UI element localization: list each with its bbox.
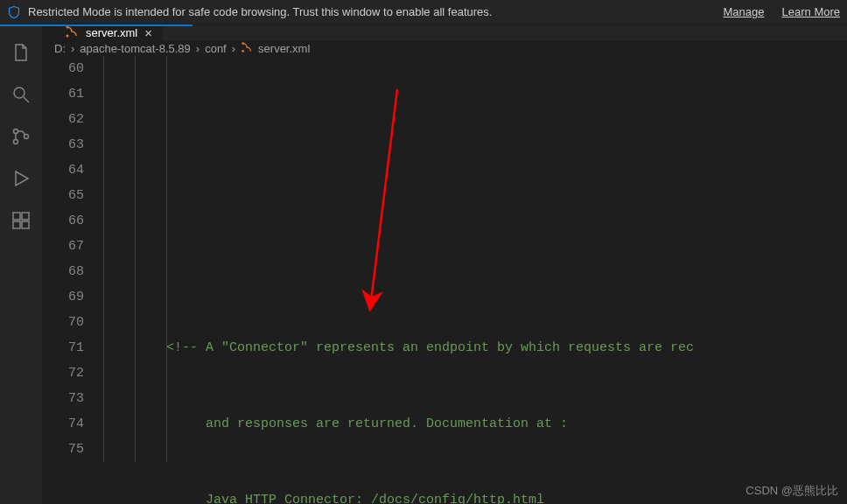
line-number: 73 bbox=[42, 386, 84, 411]
line-number: 72 bbox=[42, 360, 84, 386]
source-control-icon[interactable] bbox=[0, 116, 42, 158]
breadcrumbs[interactable]: D: › apache-tomcat-8.5.89 › conf › serve… bbox=[42, 41, 847, 56]
tabs-bar: server.xml × bbox=[54, 24, 847, 41]
line-number: 75 bbox=[42, 437, 84, 462]
svg-rect-8 bbox=[22, 213, 29, 220]
svg-point-11 bbox=[242, 42, 244, 45]
tab-close-icon[interactable]: × bbox=[144, 25, 152, 40]
breadcrumb-folder1[interactable]: apache-tomcat-8.5.89 bbox=[80, 42, 190, 55]
svg-point-12 bbox=[242, 50, 244, 52]
line-number: 65 bbox=[42, 183, 84, 208]
line-number: 62 bbox=[42, 107, 84, 132]
breadcrumb-file[interactable]: server.xml bbox=[258, 42, 310, 55]
extensions-icon[interactable] bbox=[0, 200, 42, 242]
breadcrumb-drive[interactable]: D: bbox=[54, 42, 66, 55]
explorer-icon[interactable] bbox=[0, 32, 42, 74]
svg-rect-7 bbox=[22, 221, 29, 228]
restricted-mode-message: Restricted Mode is intended for safe cod… bbox=[28, 5, 492, 18]
restricted-mode-bar: Restricted Mode is intended for safe cod… bbox=[0, 0, 847, 24]
code-content[interactable]: <!-- A "Connector" represents an endpoin… bbox=[103, 56, 847, 504]
manage-link[interactable]: Manage bbox=[724, 5, 765, 18]
watermark-right: CSDN @恶熊比比 bbox=[746, 483, 838, 499]
chevron-right-icon: › bbox=[196, 42, 200, 55]
svg-point-0 bbox=[14, 88, 24, 98]
chevron-right-icon: › bbox=[232, 42, 235, 55]
line-number: 63 bbox=[42, 132, 84, 158]
line-number: 71 bbox=[42, 335, 84, 360]
learn-more-link[interactable]: Learn More bbox=[782, 5, 840, 18]
svg-rect-6 bbox=[13, 221, 20, 228]
line-number: 66 bbox=[42, 208, 84, 234]
xml-file-icon bbox=[241, 41, 253, 56]
svg-line-1 bbox=[24, 97, 29, 102]
editor-area: server.xml × D: › apache-tomcat-8.5.89 ›… bbox=[42, 24, 847, 504]
activity-bar bbox=[0, 24, 42, 504]
svg-point-4 bbox=[24, 135, 29, 139]
line-number: 70 bbox=[42, 310, 84, 335]
chevron-right-icon: › bbox=[71, 42, 74, 55]
svg-point-10 bbox=[66, 35, 69, 38]
line-number: 69 bbox=[42, 284, 84, 310]
xml-file-icon bbox=[65, 24, 79, 41]
line-number: 74 bbox=[42, 411, 84, 437]
svg-rect-5 bbox=[13, 213, 20, 220]
line-number: 67 bbox=[42, 234, 84, 259]
svg-point-3 bbox=[14, 140, 18, 144]
line-number: 64 bbox=[42, 158, 84, 183]
search-icon[interactable] bbox=[0, 74, 42, 116]
shield-icon bbox=[7, 5, 21, 19]
tab-filename: server.xml bbox=[86, 26, 137, 39]
tab-server-xml[interactable]: server.xml × bbox=[54, 24, 163, 41]
run-debug-icon[interactable] bbox=[0, 158, 42, 200]
line-number: 68 bbox=[42, 259, 84, 284]
notification-underline bbox=[0, 24, 192, 26]
breadcrumb-folder2[interactable]: conf bbox=[205, 42, 227, 55]
code-editor[interactable]: 60 61 62 63 64 65 66 67 68 69 70 71 72 7… bbox=[42, 56, 847, 504]
line-number: 61 bbox=[42, 81, 84, 107]
svg-point-2 bbox=[14, 130, 18, 134]
line-number: 60 bbox=[42, 56, 84, 81]
line-gutter: 60 61 62 63 64 65 66 67 68 69 70 71 72 7… bbox=[42, 56, 103, 504]
